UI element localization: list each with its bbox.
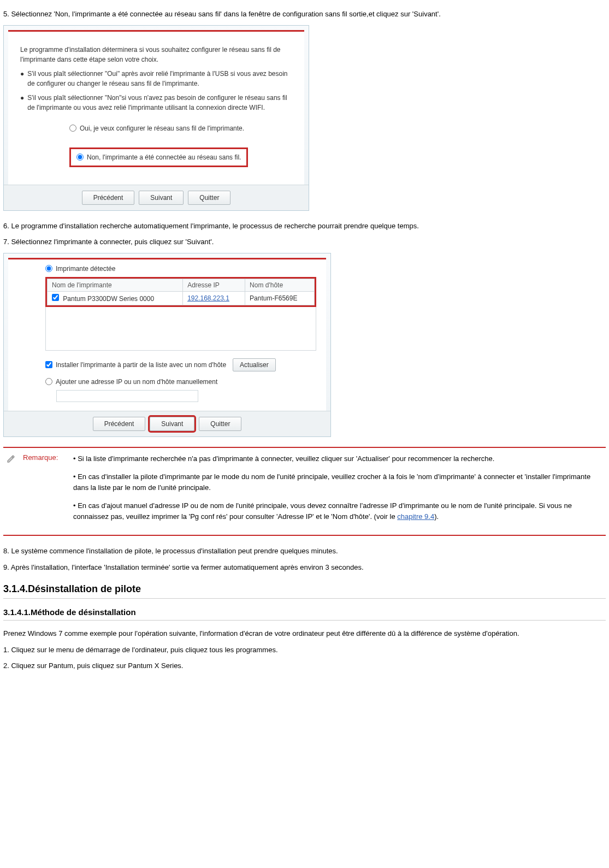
refresh-button[interactable]: Actualiser	[233, 358, 276, 371]
dialog2-quit-button[interactable]: Quitter	[199, 417, 241, 431]
step-5-text: 5. Sélectionnez 'Non, l'imprimante a été…	[3, 9, 606, 20]
dialog1-prev-button[interactable]: Précédent	[82, 191, 135, 205]
step-9-text: 9. Après l'installation, l'interface 'In…	[3, 562, 606, 573]
printer-row-ip-cell[interactable]: 192.168.223.1	[183, 291, 245, 305]
printer-table-header-row: Nom de l'imprimante Adresse IP Nom d'hôt…	[48, 279, 315, 291]
install-label: Installer l'imprimante à partir de la li…	[56, 361, 226, 369]
step-8-text: 8. Le système commence l'installation de…	[3, 546, 606, 557]
printer-select-dialog: Imprimante détectée Nom de l'imprimante …	[3, 253, 331, 437]
remarque-content: • Si la liste d'imprimante recherchée n'…	[73, 453, 602, 530]
remarque-label: Remarque:	[23, 453, 67, 530]
remarque-block: Remarque: • Si la liste d'imprimante rec…	[3, 447, 606, 536]
bullet-dot-icon: ●	[20, 69, 24, 88]
dialog1-bullet2: ● S'il vous plaît sélectionner "Non"si v…	[20, 93, 292, 113]
dialog1-radio-no[interactable]: Non, l'imprimante a été connectée au rés…	[69, 147, 248, 167]
radio-yes-input[interactable]	[69, 125, 76, 132]
radio-no-label: Non, l'imprimante a été connectée au rés…	[87, 152, 241, 162]
printer-table-row[interactable]: Pantum P3300DW Series 0000 192.168.223.1…	[48, 291, 315, 305]
radio-yes-label: Oui, je veux configurer le réseau sans f…	[80, 123, 244, 133]
remarque-p1: • Si la liste d'imprimante recherchée n'…	[73, 453, 602, 464]
manual-ip-input[interactable]	[56, 390, 198, 402]
col-ip-address: Adresse IP	[183, 279, 245, 291]
dialog1-bullet1: ● S'il vous plaît sélectionner "Oui" apr…	[20, 69, 292, 88]
uninstall-intro: Prenez Windows 7 comme exemple pour l'op…	[3, 628, 606, 639]
install-from-list-row[interactable]: Installer l'imprimante à partir de la li…	[45, 358, 316, 371]
dialog1-quit-button[interactable]: Quitter	[188, 191, 230, 205]
dialog2-next-button[interactable]: Suivant	[150, 417, 194, 431]
uninstall-step-1: 1. Cliquez sur le menu de démarrage de l…	[3, 645, 606, 656]
bullet-dot-icon: ●	[20, 93, 24, 113]
section-divider	[3, 598, 606, 599]
remarque-p3-before: • En cas d'ajout manuel d'adresse IP ou …	[73, 501, 572, 521]
manual-label: Ajouter une adresse IP ou un nom d'hôte …	[56, 378, 217, 386]
detected-radio-input[interactable]	[45, 265, 52, 272]
dialog1-bullet2-text: S'il vous plaît sélectionner "Non"si vou…	[27, 93, 292, 113]
dialog1-intro: Le programme d'installation déterminera …	[20, 45, 292, 64]
printer-list-empty-area	[45, 307, 316, 351]
dialog2-prev-button[interactable]: Précédent	[93, 417, 146, 431]
install-checkbox[interactable]	[45, 361, 52, 368]
manual-add-row[interactable]: Ajouter une adresse IP ou un nom d'hôte …	[45, 378, 316, 386]
col-printer-name: Nom de l'imprimante	[48, 279, 183, 291]
detected-radio-label: Imprimante détectée	[56, 265, 115, 273]
note-pencil-icon	[7, 453, 16, 530]
uninstall-step-2: 2. Cliquez sur Pantum, puis cliquez sur …	[3, 660, 606, 671]
remarque-p3-after: ).	[434, 512, 439, 521]
printer-row-host: Pantum-F6569E	[245, 291, 315, 305]
printer-table-highlight: Nom de l'imprimante Adresse IP Nom d'hôt…	[45, 277, 316, 307]
remarque-p3: • En cas d'ajout manuel d'adresse IP ou …	[73, 500, 602, 522]
step-6-text: 6. Le programme d'installation recherche…	[3, 221, 606, 232]
chapter-9-4-link[interactable]: chapitre 9.4	[397, 512, 434, 521]
col-host-name: Nom d'hôte	[245, 279, 315, 291]
dialog1-radio-yes[interactable]: Oui, je veux configurer le réseau sans f…	[69, 123, 292, 133]
remarque-p2: • En cas d'installer la pilote d'imprima…	[73, 471, 602, 493]
printer-row-ip-link[interactable]: 192.168.223.1	[187, 294, 229, 302]
dialog1-next-button[interactable]: Suivant	[139, 191, 184, 205]
manual-radio-input[interactable]	[45, 378, 52, 385]
printer-table: Nom de l'imprimante Adresse IP Nom d'hôt…	[47, 279, 315, 305]
printer-dialog-content: Imprimante détectée Nom de l'imprimante …	[8, 258, 326, 411]
section-divider	[3, 620, 606, 621]
dialog2-button-bar: Précédent Suivant Quitter	[4, 411, 330, 436]
wireless-config-dialog: Le programme d'installation déterminera …	[3, 25, 309, 211]
heading-3-1-4: 3.1.4.Désinstallation de pilote	[3, 583, 606, 595]
printer-row-name: Pantum P3300DW Series 0000	[63, 295, 154, 303]
step-7-text: 7. Sélectionnez l'imprimante à connecter…	[3, 237, 606, 247]
printer-row-checkbox[interactable]	[52, 294, 59, 301]
heading-3-1-4-1: 3.1.4.1.Méthode de désinstallation	[3, 607, 606, 617]
wireless-dialog-content: Le programme d'installation déterminera …	[8, 30, 304, 185]
printer-row-name-cell[interactable]: Pantum P3300DW Series 0000	[48, 291, 183, 305]
radio-no-input[interactable]	[76, 153, 84, 161]
dialog1-bullet1-text: S'il vous plaît sélectionner "Oui" après…	[27, 69, 292, 88]
detected-printer-radio[interactable]: Imprimante détectée	[45, 265, 316, 273]
dialog1-button-bar: Précédent Suivant Quitter	[4, 185, 309, 210]
